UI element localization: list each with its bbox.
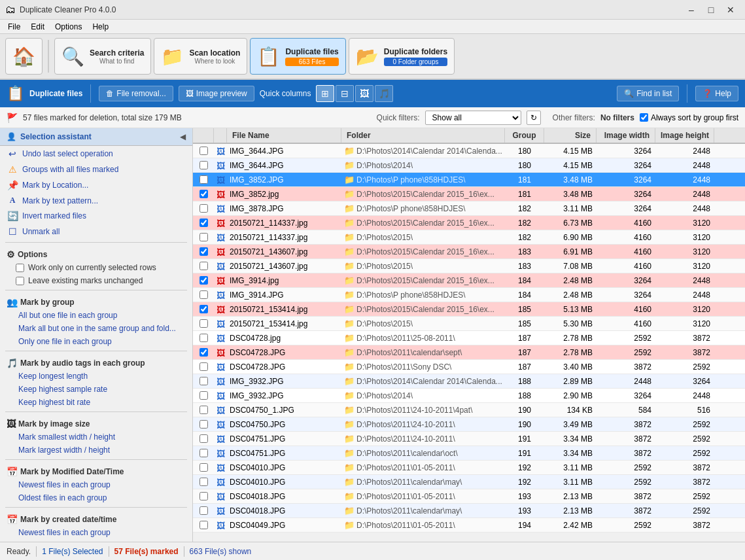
menu-file[interactable]: File [3,21,26,33]
col-header-group[interactable]: Group [505,128,544,143]
always-sort-checkbox[interactable] [640,113,648,122]
image-smallest[interactable]: Mark smallest width / height [0,430,192,444]
table-row[interactable]: 🖼 DSC04728.JPG 📁 D:\Photos\2011\calendar… [193,345,745,360]
row-checkbox[interactable] [193,463,214,472]
table-row[interactable]: 🖼 DSC04751.JPG 📁 D:\Photos\2011\calendar… [193,446,745,461]
col-header-type[interactable] [214,128,227,143]
row-checkbox[interactable] [193,233,214,241]
row-checkbox[interactable] [193,190,214,198]
row-checkbox[interactable] [193,247,214,256]
audio-longest[interactable]: Keep longest length [0,370,192,383]
row-checkbox[interactable] [193,377,214,385]
table-row[interactable]: 🖼 IMG_3878.JPG 📁 D:\Photos\P phone\858HD… [193,201,745,216]
sa-invert[interactable]: 🔄 Invert marked files [0,208,192,224]
table-row[interactable]: 🖼 DSC04010.JPG 📁 D:\Photos\2011\calendar… [193,475,745,489]
table-row[interactable]: 🖼 20150721_143607.jpg 📁 D:\Photos\2015\ … [193,259,745,273]
col-header-size[interactable]: Size [544,128,597,143]
table-row[interactable]: 🖼 IMG_3644.JPG 📁 D:\Photos\2014\ 180 4.1… [193,158,745,173]
image-preview-button[interactable]: 🖼 Image preview [179,86,254,101]
table-row[interactable]: 🖼 DSC04751.JPG 📁 D:\Photos\2011\24-10-20… [193,432,745,446]
table-row[interactable]: 🖼 DSC04010.JPG 📁 D:\Photos\2011\01-05-20… [193,461,745,475]
table-row[interactable]: 🖼 IMG_3644.JPG 📁 D:\Photos\2014\Calendar… [193,144,745,158]
sa-mark-text[interactable]: A Mark by text pattern... [0,193,192,208]
quick-filters-select[interactable]: Show all Show marked Show unmarked Show … [425,111,521,125]
table-row[interactable]: 🖼 DSC04750_1.JPG 📁 D:\Photos\2011\24-10-… [193,403,745,417]
table-row[interactable]: 🖼 DSC04049.JPG 📁 D:\Photos\2011\01-05-20… [193,518,745,533]
table-row[interactable]: 🖼 DSC04750.JPG 📁 D:\Photos\2011\24-10-20… [193,417,745,432]
modified-oldest[interactable]: Oldest files in each group [0,491,192,504]
duplicate-files-button[interactable]: 📋 Duplicate files 663 Files [250,38,345,75]
sa-unmark-all[interactable]: ☐ Unmark all [0,224,192,239]
file-list-container[interactable]: 🖼 IMG_3644.JPG 📁 D:\Photos\2014\Calendar… [193,144,745,542]
row-checkbox[interactable] [193,219,214,227]
leave-unchanged-checkbox[interactable] [16,277,24,285]
table-row[interactable]: 🖼 DSC04018.JPG 📁 D:\Photos\2011\01-05-20… [193,489,745,504]
sa-undo[interactable]: ↩ Undo last select operation [0,146,192,162]
col-header-name[interactable]: File Name [227,128,341,143]
table-row[interactable]: 🖼 IMG_3914.JPG 📁 D:\Photos\P phone\858HD… [193,288,745,302]
mbg-only-one[interactable]: Only one file in each group [0,335,192,348]
table-row[interactable]: 🖼 IMG_3852.jpg 📁 D:\Photos\2015\Calendar… [193,187,745,201]
row-checkbox[interactable] [193,348,214,357]
row-checkbox[interactable] [193,506,214,515]
row-checkbox[interactable] [193,492,214,500]
table-row[interactable]: 🖼 20150721_153414.jpg 📁 D:\Photos\2015\C… [193,302,745,317]
search-criteria-button[interactable]: 🔍 Search criteria What to find [54,38,151,75]
panel-collapse-button[interactable]: ◀ [180,132,186,141]
row-checkbox[interactable] [193,290,214,299]
qc-image-button[interactable]: 🖼 [355,85,373,102]
find-in-list-button[interactable]: 🔍 Find in list [617,86,679,101]
file-removal-button[interactable]: 🗑 File removal... [99,86,173,101]
close-button[interactable]: ✕ [721,3,740,17]
sa-mark-location[interactable]: 📌 Mark by Location... [0,177,192,193]
table-row[interactable]: 🖼 20150721_114337.jpg 📁 D:\Photos\2015\ … [193,230,745,245]
table-row[interactable]: 🖼 DSC04018.JPG 📁 D:\Photos\2011\calendar… [193,504,745,518]
mbg-same-group-fold[interactable]: Mark all but one in the same group and f… [0,322,192,335]
table-row[interactable]: 🖼 IMG_3932.JPG 📁 D:\Photos\2014\ 188 2.9… [193,389,745,403]
audio-sample-rate[interactable]: Keep highest sample rate [0,383,192,396]
row-checkbox[interactable] [193,406,214,414]
row-checkbox[interactable] [193,521,214,529]
sa-all-marked[interactable]: ⚠ Groups with all files marked [0,162,192,177]
row-checkbox[interactable] [193,262,214,270]
menu-options[interactable]: Options [50,21,87,33]
table-row[interactable]: 🖼 DSC04728.jpg 📁 D:\Photos\2011\25-08-20… [193,331,745,345]
row-checkbox[interactable] [193,204,214,213]
image-largest[interactable]: Mark largest width / height [0,444,192,457]
qc-grid-button[interactable]: ⊞ [316,85,334,102]
table-row[interactable]: 🖼 20150721_153414.jpg 📁 D:\Photos\2015\ … [193,317,745,331]
row-checkbox[interactable] [193,391,214,400]
row-checkbox[interactable] [193,449,214,457]
table-row[interactable]: 🖼 20150721_114337.jpg 📁 D:\Photos\2015\C… [193,216,745,230]
row-checkbox[interactable] [193,334,214,342]
row-checkbox[interactable] [193,319,214,328]
home-button[interactable]: 🏠 [5,38,43,75]
row-checkbox[interactable] [193,478,214,486]
help-button[interactable]: ❓ Help [695,86,738,101]
row-checkbox[interactable] [193,276,214,285]
col-header-width[interactable]: Image width [597,128,655,143]
col-header-cb[interactable] [193,128,214,143]
row-checkbox[interactable] [193,420,214,429]
scan-location-button[interactable]: 📁 Scan location Where to look [154,38,247,75]
created-newest[interactable]: Newest files in each group [0,526,192,539]
row-checkbox[interactable] [193,147,214,155]
work-selected-checkbox[interactable] [16,264,24,272]
table-row[interactable]: 🖼 IMG_3914.jpg 📁 D:\Photos\2015\Calendar… [193,273,745,288]
row-checkbox[interactable] [193,305,214,313]
maximize-button[interactable]: □ [702,3,720,17]
table-row[interactable]: 🖼 DSC04728.JPG 📁 D:\Photos\2011\Sony DSC… [193,360,745,374]
col-header-height[interactable]: Image height [655,128,714,143]
minimize-button[interactable]: – [682,3,701,17]
menu-edit[interactable]: Edit [26,21,50,33]
table-row[interactable]: 🖼 IMG_3932.JPG 📁 D:\Photos\2014\Calendar… [193,374,745,389]
row-checkbox[interactable] [193,161,214,169]
menu-help[interactable]: Help [87,21,114,33]
row-checkbox[interactable] [193,434,214,443]
qc-audio-button[interactable]: 🎵 [375,85,393,102]
refresh-button[interactable]: ↻ [527,111,541,125]
audio-bit-rate[interactable]: Keep highest bit rate [0,396,192,409]
modified-newest[interactable]: Newest files in each group [0,478,192,491]
duplicate-folders-button[interactable]: 📂 Duplicate folders 0 Folder groups [349,38,455,75]
table-row[interactable]: 🖼 20150721_143607.jpg 📁 D:\Photos\2015\C… [193,245,745,259]
